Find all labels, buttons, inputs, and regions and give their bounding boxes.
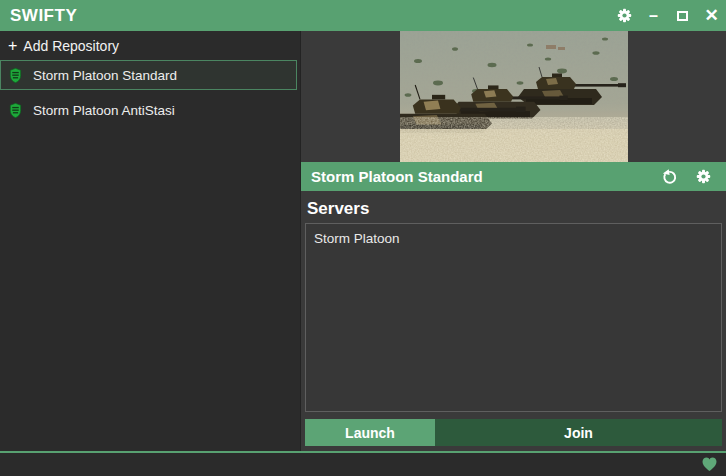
repository-banner <box>301 31 726 162</box>
app-title: SWIFTY <box>10 6 77 26</box>
maximize-icon <box>677 11 688 21</box>
repository-header-actions <box>652 162 720 191</box>
maximize-button[interactable] <box>668 0 697 31</box>
repository-sidebar: + Add Repository Storm Platoon Standard … <box>0 31 301 451</box>
settings-icon[interactable] <box>610 0 639 31</box>
server-list-item[interactable]: Storm Platoon <box>314 229 713 248</box>
statusbar <box>0 453 726 476</box>
repository-title: Storm Platoon Standard <box>311 168 483 185</box>
join-button[interactable]: Join <box>435 419 722 446</box>
sidebar-item-storm-platoon-standard[interactable]: Storm Platoon Standard <box>0 60 297 90</box>
repository-label: Storm Platoon AntiStasi <box>33 103 175 118</box>
servers-section: Servers Storm Platoon Launch Join <box>301 191 726 451</box>
heart-icon[interactable] <box>701 457 718 472</box>
add-repository-label: Add Repository <box>23 38 119 54</box>
main-area: + Add Repository Storm Platoon Standard … <box>0 31 726 451</box>
server-list[interactable]: Storm Platoon <box>305 223 722 412</box>
repository-settings-icon[interactable] <box>686 162 720 191</box>
repository-label: Storm Platoon Standard <box>33 68 177 83</box>
refresh-icon[interactable] <box>652 162 686 191</box>
sidebar-item-storm-platoon-antistasi[interactable]: Storm Platoon AntiStasi <box>0 95 297 125</box>
add-repository-button[interactable]: + Add Repository <box>0 31 300 60</box>
swifty-window: SWIFTY – ✕ + Add Repository Storm Platoo… <box>0 0 726 476</box>
window-controls: – ✕ <box>610 0 726 31</box>
action-buttons: Launch Join <box>305 419 722 446</box>
servers-heading: Servers <box>307 199 722 219</box>
plus-icon: + <box>8 37 17 55</box>
titlebar: SWIFTY – ✕ <box>0 0 726 31</box>
repository-panel: Storm Platoon Standard Servers Storm Pla… <box>301 31 726 451</box>
close-button[interactable]: ✕ <box>697 0 726 31</box>
shield-icon <box>9 102 22 119</box>
repository-banner-image <box>400 31 628 162</box>
minimize-button[interactable]: – <box>639 0 668 31</box>
launch-button[interactable]: Launch <box>305 419 435 446</box>
shield-icon <box>9 67 22 84</box>
repository-header: Storm Platoon Standard <box>301 162 726 191</box>
